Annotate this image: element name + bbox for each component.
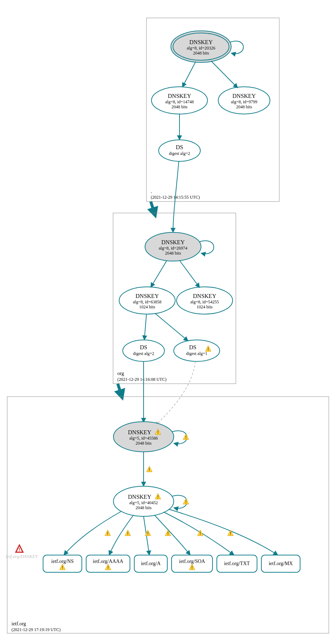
leaf-a[interactable]: ietf.org/A — [134, 555, 167, 572]
svg-text:!: ! — [127, 531, 129, 536]
svg-text:!: ! — [157, 494, 159, 499]
node-root-ksk[interactable]: DNSKEY alg=8, id=20326 2048 bits — [171, 31, 231, 62]
svg-text:DNSKEY: DNSKEY — [128, 494, 151, 500]
edge-orgzsk1-ds1 — [144, 314, 146, 340]
svg-text:!: ! — [191, 565, 193, 570]
svg-text:!: ! — [19, 547, 20, 552]
edge-zsk-mx — [169, 509, 278, 555]
svg-text:!: ! — [157, 430, 159, 435]
svg-text:DS: DS — [140, 344, 147, 350]
svg-text:!: ! — [149, 467, 150, 472]
svg-text:alg=5, id=40452: alg=5, id=40452 — [129, 500, 158, 505]
svg-point-14 — [159, 140, 200, 161]
edge-zsk-ns — [64, 511, 121, 555]
svg-text:DNSKEY: DNSKEY — [193, 293, 216, 299]
svg-text:alg=8, id=26974: alg=8, id=26974 — [159, 246, 187, 251]
svg-text:alg=5, id=45586: alg=5, id=45586 — [129, 436, 158, 441]
svg-text:digest alg=2: digest alg=2 — [169, 151, 190, 156]
svg-text:ietf.org/AAAA: ietf.org/AAAA — [93, 559, 124, 564]
svg-text:2048 bits: 2048 bits — [172, 104, 188, 109]
node-root-ds[interactable]: DS digest alg=2 — [159, 140, 200, 161]
edge-orgksk-zsk1 — [151, 260, 167, 287]
svg-text:ietf.org/MX: ietf.org/MX — [269, 561, 293, 566]
warn-icon: ! — [183, 498, 189, 505]
warn-icon: ! — [105, 530, 111, 536]
svg-point-33 — [174, 340, 220, 361]
svg-text:!: ! — [230, 531, 231, 536]
svg-text:DNSKEY: DNSKEY — [190, 39, 213, 45]
warn-icon: ! — [146, 466, 152, 472]
svg-text:alg=8, id=20326: alg=8, id=20326 — [187, 46, 215, 51]
missing-dnskey: ietf.org/DNSKEY — [6, 554, 38, 559]
node-org-zsk1[interactable]: DNSKEY alg=8, id=63858 1024 bits — [119, 287, 175, 314]
svg-text:!: ! — [200, 531, 201, 536]
svg-text:ietf.org/SOA: ietf.org/SOA — [179, 559, 205, 564]
zone-ietf-name: ietf.org — [11, 621, 26, 626]
svg-text:DNSKEY: DNSKEY — [233, 93, 256, 99]
svg-text:DNSKEY: DNSKEY — [128, 429, 151, 435]
svg-text:DNSKEY: DNSKEY — [168, 93, 191, 99]
node-root-zsk1[interactable]: DNSKEY alg=8, id=14748 2048 bits — [151, 87, 207, 114]
warn-icon: ! — [125, 530, 131, 536]
leaf-mx[interactable]: ietf.org/MX — [261, 555, 300, 572]
error-icon: ! — [16, 545, 23, 552]
edge-rootksk-zsk2 — [211, 61, 238, 88]
svg-text:1024 bits: 1024 bits — [139, 304, 155, 309]
warn-icon: ! — [165, 530, 171, 536]
node-root-zsk2[interactable]: DNSKEY alg=8, id=9799 2048 bits — [218, 87, 270, 114]
node-org-ds2[interactable]: DS digest alg=1 — [174, 340, 220, 361]
node-ietf-ksk[interactable]: DNSKEY alg=5, id=45586 2048 bits — [113, 422, 174, 452]
svg-text:alg=8, id=63858: alg=8, id=63858 — [133, 299, 162, 304]
svg-text:ietf.org/A: ietf.org/A — [141, 561, 161, 566]
svg-text:!: ! — [185, 499, 187, 505]
zone-ietf-timestamp: (2021-12-29 17:19:19 UTC) — [11, 627, 61, 632]
svg-text:DS: DS — [189, 344, 196, 350]
svg-text:!: ! — [107, 565, 109, 570]
self-loop-root-ksk — [230, 41, 243, 54]
svg-point-30 — [123, 340, 164, 361]
warn-icon: ! — [183, 434, 189, 440]
edge-orgksk-zsk2 — [179, 260, 200, 288]
svg-text:2048 bits: 2048 bits — [136, 441, 152, 446]
svg-text:alg=8, id=14748: alg=8, id=14748 — [165, 99, 194, 104]
zone-org-name: org — [117, 371, 124, 376]
edge-orgzsk1-ds2 — [155, 313, 188, 341]
zone-org-timestamp: (2021-12-29 14:16:08 UTC) — [117, 377, 167, 382]
svg-text:ietf.org/NS: ietf.org/NS — [51, 559, 74, 564]
node-org-ksk[interactable]: DNSKEY alg=8, id=26974 2048 bits — [145, 232, 201, 261]
self-loop-org-ksk — [200, 241, 214, 254]
svg-text:ietf.org/DNSKEY: ietf.org/DNSKEY — [6, 554, 38, 559]
svg-text:!: ! — [207, 347, 209, 352]
svg-text:digest alg=1: digest alg=1 — [186, 351, 207, 356]
svg-text:!: ! — [147, 531, 149, 536]
svg-text:!: ! — [185, 435, 187, 440]
svg-text:2048 bits: 2048 bits — [236, 104, 252, 109]
svg-text:!: ! — [107, 531, 108, 536]
svg-text:!: ! — [62, 565, 63, 570]
edge-rootksk-zsk1 — [182, 62, 196, 87]
svg-text:2048 bits: 2048 bits — [165, 251, 181, 256]
svg-text:DNSKEY: DNSKEY — [162, 239, 185, 245]
svg-text:alg=8, id=54255: alg=8, id=54255 — [190, 299, 219, 304]
svg-text:DS: DS — [176, 144, 183, 150]
edge-orgds2-ietfksk-dashed — [155, 361, 195, 426]
svg-text:alg=8, id=9799: alg=8, id=9799 — [231, 99, 257, 104]
delegation-arrow-org-ietf — [118, 384, 122, 397]
svg-text:2048 bits: 2048 bits — [193, 51, 209, 56]
node-org-zsk2[interactable]: DNSKEY alg=8, id=54255 1024 bits — [177, 287, 233, 314]
warn-icon: ! — [228, 530, 233, 536]
svg-text:!: ! — [167, 531, 169, 536]
svg-text:DNSKEY: DNSKEY — [136, 293, 159, 299]
node-org-ds1[interactable]: DS digest alg=2 — [123, 340, 164, 361]
svg-text:digest alg=2: digest alg=2 — [133, 351, 154, 356]
leaf-txt[interactable]: ietf.org/TXT — [217, 555, 257, 572]
svg-text:ietf.org/TXT: ietf.org/TXT — [224, 561, 250, 566]
zone-root-name: . — [151, 189, 152, 194]
node-ietf-zsk[interactable]: DNSKEY alg=5, id=40452 2048 bits — [113, 486, 174, 516]
svg-text:2048 bits: 2048 bits — [136, 505, 152, 510]
svg-text:1024 bits: 1024 bits — [197, 304, 213, 309]
edge-zsk-soa — [154, 515, 190, 555]
